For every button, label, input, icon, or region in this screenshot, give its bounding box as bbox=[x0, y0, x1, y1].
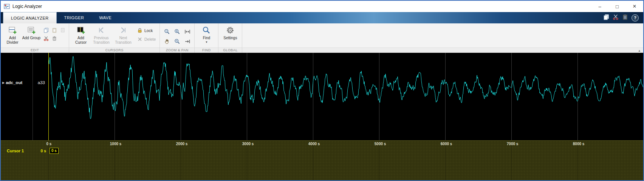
axis-gridlines bbox=[48, 141, 643, 180]
plot-area[interactable] bbox=[48, 53, 643, 140]
toolbar-section-zoom-pan: ZOOM & PAN bbox=[160, 23, 195, 53]
add-group-label: Add Group bbox=[22, 36, 40, 40]
waveform-display[interactable]: ▶ adc_out a33 bbox=[1, 53, 643, 140]
previous-transition-button[interactable]: Previous Transition bbox=[90, 25, 112, 44]
zoom-x-icon bbox=[174, 38, 180, 44]
delete-cursor-button[interactable]: Delete bbox=[137, 37, 156, 42]
qa-copy-button[interactable] bbox=[603, 14, 609, 21]
arrow-to-end-icon bbox=[184, 38, 190, 44]
copy-button[interactable] bbox=[42, 26, 50, 34]
duplicate-icon bbox=[60, 28, 65, 33]
add-divider-button[interactable]: Add Divider bbox=[3, 25, 22, 44]
cursor-label[interactable]: Cursor 1 bbox=[7, 149, 24, 153]
zoom-out-button[interactable] bbox=[162, 27, 172, 36]
add-group-icon bbox=[27, 25, 36, 35]
zoom-pan-buttons bbox=[162, 25, 192, 46]
quick-access-toolbar: ? bbox=[603, 12, 643, 23]
fit-span-icon bbox=[184, 29, 190, 35]
titlebar: Logic Analyzer – □ × bbox=[1, 1, 643, 12]
time-tick: 8000 s bbox=[573, 142, 585, 146]
find-icon bbox=[202, 25, 211, 35]
close-button[interactable]: × bbox=[626, 1, 643, 12]
time-tick: 0 s bbox=[46, 142, 51, 146]
clipboard-icon bbox=[622, 14, 628, 20]
name-value-divider[interactable] bbox=[33, 53, 33, 140]
previous-transition-icon bbox=[97, 25, 105, 35]
qa-cut-button[interactable] bbox=[613, 14, 619, 21]
section-label-zoom-pan: ZOOM & PAN bbox=[160, 48, 194, 53]
copy-icon bbox=[603, 14, 609, 20]
zoom-in-icon bbox=[174, 29, 180, 35]
logic-analyzer-window: Logic Analyzer – □ × LOGIC ANALYZER TRIG… bbox=[0, 0, 644, 181]
next-transition-label: Next Transition bbox=[112, 36, 134, 44]
signal-value: a33 bbox=[38, 80, 45, 85]
find-label: Find bbox=[203, 36, 210, 40]
expand-arrow-icon[interactable]: ▶ bbox=[2, 81, 5, 84]
trash-icon bbox=[52, 36, 57, 41]
section-label-edit: EDIT bbox=[1, 48, 69, 53]
add-divider-icon bbox=[8, 25, 17, 35]
find-button[interactable]: Find ▼ bbox=[197, 25, 216, 43]
signal-row[interactable]: ▶ adc_out a33 bbox=[1, 79, 48, 86]
maximize-button[interactable]: □ bbox=[608, 1, 626, 12]
zoom-x-button[interactable] bbox=[172, 37, 182, 46]
scissors-icon bbox=[43, 36, 49, 41]
time-tick: 7000 s bbox=[507, 142, 519, 146]
window-title: Logic Analyzer bbox=[12, 4, 42, 9]
waveform-trace bbox=[48, 53, 643, 140]
toolbar-section-find: Find ▼ FIND bbox=[195, 23, 218, 53]
paste-button[interactable] bbox=[50, 26, 58, 34]
help-button[interactable]: ? bbox=[632, 14, 639, 21]
add-cursor-icon bbox=[77, 25, 85, 35]
zoom-in-button[interactable] bbox=[172, 27, 182, 36]
next-transition-icon bbox=[119, 25, 127, 35]
delete-icon bbox=[137, 37, 142, 42]
add-cursor-label: Add Cursor bbox=[71, 36, 90, 44]
duplicate-button[interactable] bbox=[59, 26, 67, 34]
zoom-out-icon bbox=[164, 29, 170, 35]
next-transition-button[interactable]: Next Transition bbox=[112, 25, 134, 44]
time-axis[interactable]: 0 s1000 s2000 s3000 s4000 s5000 s6000 s7… bbox=[1, 140, 643, 180]
add-cursor-button[interactable]: Add Cursor bbox=[71, 25, 90, 44]
cursor-small-buttons: Lock Delete bbox=[134, 25, 157, 42]
toolbar-section-global: Settings GLOBAL bbox=[218, 23, 242, 53]
settings-label: Settings bbox=[223, 36, 237, 40]
scissors-icon bbox=[613, 14, 619, 20]
app-icon bbox=[4, 3, 10, 9]
signal-name: adc_out bbox=[6, 80, 22, 85]
window-controls: – □ × bbox=[591, 1, 643, 12]
tab-wave[interactable]: WAVE bbox=[91, 12, 119, 23]
delete-wave-button[interactable] bbox=[50, 34, 58, 42]
tab-logic-analyzer[interactable]: LOGIC ANALYZER bbox=[3, 12, 57, 23]
lock-label: Lock bbox=[144, 28, 153, 33]
previous-transition-label: Previous Transition bbox=[90, 36, 112, 44]
lock-icon bbox=[137, 28, 142, 33]
lock-button[interactable]: Lock bbox=[137, 28, 156, 33]
add-divider-label: Add Divider bbox=[3, 36, 22, 44]
qa-paste-button[interactable] bbox=[622, 14, 628, 21]
time-tick: 1000 s bbox=[110, 142, 122, 146]
hand-icon bbox=[164, 38, 170, 44]
section-label-cursors: CURSORS bbox=[69, 48, 159, 53]
fit-span-button[interactable] bbox=[183, 27, 192, 36]
copy-icon bbox=[43, 28, 49, 33]
settings-button[interactable]: Settings bbox=[221, 25, 240, 40]
time-tick: 4000 s bbox=[308, 142, 320, 146]
gear-icon bbox=[226, 25, 234, 35]
cursor-flag[interactable]: 0 s bbox=[50, 148, 59, 154]
section-label-find: FIND bbox=[195, 48, 218, 53]
time-tick: 6000 s bbox=[441, 142, 452, 146]
time-tick: 3000 s bbox=[242, 142, 254, 146]
clipboard-icon bbox=[52, 28, 57, 33]
tab-trigger[interactable]: TRIGGER bbox=[57, 12, 92, 23]
find-dropdown-icon[interactable]: ▼ bbox=[205, 41, 208, 43]
section-label-global: GLOBAL bbox=[218, 48, 242, 53]
add-group-button[interactable]: Add Group bbox=[22, 25, 41, 40]
pan-button[interactable] bbox=[162, 37, 172, 46]
tabstrip: LOGIC ANALYZER TRIGGER WAVE ? bbox=[1, 12, 643, 23]
signal-panel: ▶ adc_out a33 bbox=[1, 53, 48, 140]
step-end-button[interactable] bbox=[183, 37, 192, 46]
cursor-line[interactable] bbox=[48, 53, 49, 140]
cut-button[interactable] bbox=[42, 34, 50, 42]
minimize-button[interactable]: – bbox=[591, 1, 608, 12]
